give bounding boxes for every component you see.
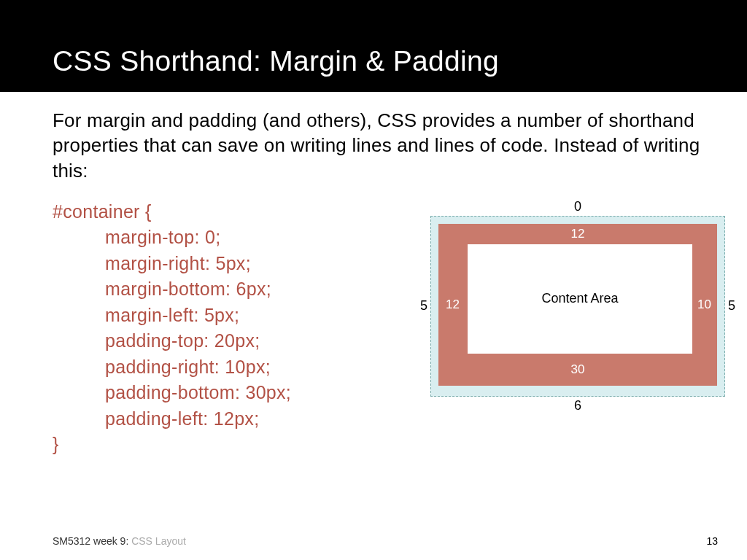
margin-left-label: 5 — [417, 298, 430, 314]
code-line: margin-top: 0; — [53, 225, 403, 251]
code-line: padding-left: 12px; — [53, 406, 403, 432]
code-selector: #container { — [53, 199, 403, 225]
footer-course-topic: CSS Layout — [131, 535, 186, 547]
code-line: margin-right: 5px; — [53, 251, 403, 277]
box-model-diagram: 0 5 12 12 10 30 Content Area — [403, 199, 738, 413]
padding-right-label: 10 — [697, 298, 711, 312]
code-line: margin-bottom: 6px; — [53, 276, 403, 303]
footer-course-code: SM5312 week 9: — [53, 535, 131, 547]
padding-top-label: 12 — [571, 227, 585, 241]
footer: SM5312 week 9: CSS Layout 13 — [53, 535, 718, 547]
padding-left-label: 12 — [446, 298, 460, 312]
intro-paragraph: For margin and padding (and others), CSS… — [53, 108, 703, 183]
footer-course: SM5312 week 9: CSS Layout — [53, 535, 186, 547]
slide-title: CSS Shorthand: Margin & Padding — [53, 45, 747, 77]
content-area: Content Area — [468, 244, 692, 354]
page-number: 13 — [706, 535, 718, 547]
padding-bottom-label: 30 — [571, 362, 585, 377]
code-line: margin-left: 5px; — [53, 303, 403, 329]
margin-bottom-label: 6 — [417, 398, 738, 413]
body-area: For margin and padding (and others), CSS… — [0, 92, 747, 458]
title-band: CSS Shorthand: Margin & Padding — [0, 0, 747, 92]
margin-right-label: 5 — [725, 298, 738, 314]
margin-box: 12 12 10 30 Content Area — [430, 216, 725, 397]
code-line: padding-top: 20px; — [53, 328, 403, 354]
content-row: #container { margin-top: 0; margin-right… — [53, 199, 703, 458]
padding-box: 12 12 10 30 Content Area — [438, 224, 717, 386]
code-close: } — [53, 432, 403, 458]
code-block: #container { margin-top: 0; margin-right… — [53, 199, 403, 458]
slide: CSS Shorthand: Margin & Padding For marg… — [0, 0, 747, 560]
margin-top-label: 0 — [417, 199, 738, 214]
code-line: padding-right: 10px; — [53, 354, 403, 381]
code-line: padding-bottom: 30px; — [53, 380, 403, 406]
